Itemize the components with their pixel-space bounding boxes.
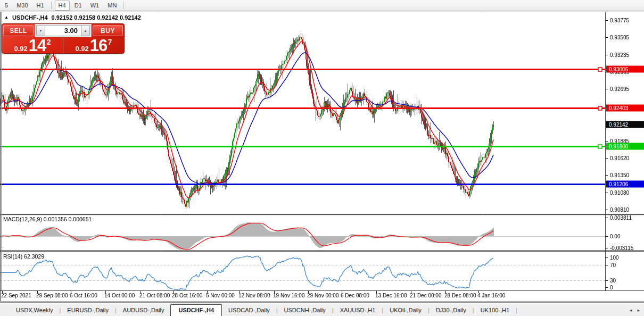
timeframe-button-h4[interactable]: H4 bbox=[55, 1, 70, 11]
rsi-indicator-label: RSI(14) 62.3029 bbox=[3, 253, 44, 260]
macd-indicator-label: MACD(12,26,9) 0.001356 0.000651 bbox=[3, 216, 92, 222]
mt4-terminal-window: 5M30H1H4D1W1MN ▲ USDCHF-,H4 0.92152 0.92… bbox=[0, 0, 644, 316]
timeframe-button-5[interactable]: 5 bbox=[1, 1, 12, 11]
price-level-badge: 0.91800 bbox=[606, 143, 644, 150]
time-axis-label: 29 Sep 08:00 bbox=[36, 293, 68, 298]
ask-price-prefix: 0.92 bbox=[75, 45, 88, 53]
chart-tab-uk100[interactable]: UK100-,H1 bbox=[474, 305, 516, 316]
time-axis-label: 28 Oct 16:00 bbox=[172, 293, 202, 298]
tab-scroll-right-icon[interactable]: ▸ bbox=[637, 307, 640, 313]
time-axis-label: 13 Dec 16:00 bbox=[375, 293, 407, 298]
ask-price-display[interactable]: 0.92 16 7 bbox=[63, 37, 124, 54]
bid-price-display[interactable]: 0.92 14 2 bbox=[2, 37, 63, 54]
rsi-axis-label: 100 bbox=[610, 255, 619, 261]
chart-tab-ukoil[interactable]: UKOil-,Daily bbox=[383, 305, 428, 316]
price-level-badge: 0.92142 bbox=[606, 121, 644, 128]
rsi-axis-label: 70 bbox=[610, 262, 616, 268]
bid-price-sup: 2 bbox=[46, 37, 51, 46]
chart-tab-bar: USDX,Weekly|EURUSD-,Daily|AUDUSD-,DailyU… bbox=[0, 302, 644, 316]
timeframe-button-h1[interactable]: H1 bbox=[33, 1, 48, 11]
macd-axis-label: -0.003115 bbox=[610, 245, 633, 251]
tab-separator: | bbox=[516, 307, 517, 316]
bid-price-big: 14 bbox=[29, 38, 46, 53]
macd-axis-label: 0.003811 bbox=[610, 215, 632, 221]
time-axis-label: 21 Dec 00:00 bbox=[410, 293, 442, 298]
price-level-badge: 0.93006 bbox=[606, 66, 644, 73]
macd-axis-label: 0.00 bbox=[610, 234, 620, 239]
time-axis-label: 12 Nov 08:00 bbox=[238, 293, 270, 298]
tab-scroll-left-icon[interactable]: ◂ bbox=[630, 307, 632, 313]
price-axis-tick-label: 0.92695 bbox=[610, 86, 629, 92]
price-axis-tick-label: 0.91620 bbox=[610, 155, 629, 161]
chart-tab-audusd[interactable]: AUDUSD-,Daily bbox=[117, 305, 171, 316]
time-axis-label: 6 Dec 08:00 bbox=[341, 293, 369, 298]
price-level-badge: 0.92403 bbox=[606, 105, 644, 112]
timeframe-button-w1[interactable]: W1 bbox=[87, 1, 103, 11]
chart-tab-xauusd[interactable]: XAUUSD-,H1 bbox=[334, 305, 382, 316]
rsi-axis-label: 30 bbox=[610, 278, 616, 284]
time-axis-label: 28 Dec 08:00 bbox=[444, 293, 476, 298]
price-level-badge: 0.91206 bbox=[606, 181, 644, 188]
price-axis-tick-label: 0.91080 bbox=[610, 190, 629, 196]
time-axis-label: 21 Oct 08:00 bbox=[139, 293, 170, 298]
timeframe-toolbar: 5M30H1H4D1W1MN bbox=[0, 0, 644, 11]
chart-symbol-label: USDCHF-,H4 bbox=[12, 14, 48, 21]
time-axis-label: 6 Oct 16:00 bbox=[70, 293, 97, 298]
price-axis-tick-label: 0.93775 bbox=[610, 18, 629, 23]
toolbar-separator bbox=[123, 2, 124, 9]
ask-price-big: 16 bbox=[90, 38, 107, 53]
price-axis-tick-label: 0.93235 bbox=[610, 52, 629, 58]
timeframe-button-m30[interactable]: M30 bbox=[13, 1, 31, 11]
lot-size-input[interactable]: 3.00 bbox=[45, 25, 81, 36]
time-axis-label: 29 Nov 00:00 bbox=[307, 293, 339, 298]
price-axis-tick-label: 0.93505 bbox=[610, 35, 629, 40]
chart-tab-usdcnh[interactable]: USDCNH-,Daily bbox=[278, 305, 332, 316]
rsi-axis-label: 0 bbox=[610, 285, 613, 290]
tab-scroll-nav: ◂ ▸ bbox=[630, 307, 640, 313]
buy-button[interactable]: BUY bbox=[93, 25, 123, 36]
timeframe-button-mn[interactable]: MN bbox=[104, 1, 120, 11]
time-axis-label: 19 Nov 16:00 bbox=[273, 293, 305, 298]
one-click-trade-panel: SELL ▼ 3.00 ▲ BUY 0.92 14 2 0.92 16 7 bbox=[2, 23, 125, 54]
collapse-panel-icon[interactable]: ▲ bbox=[4, 15, 9, 20]
ask-price-sup: 7 bbox=[108, 37, 112, 46]
lot-decrease-button[interactable]: ▼ bbox=[36, 25, 45, 36]
price-axis-tick-label: 0.90810 bbox=[610, 207, 629, 213]
chart-ohlc-values: 0.92152 0.92158 0.92142 0.92142 bbox=[52, 14, 141, 21]
toolbar-separator bbox=[51, 2, 52, 9]
lot-size-spinner: ▼ 3.00 ▲ bbox=[35, 24, 92, 37]
time-axis-label: 22 Sep 2021 bbox=[1, 293, 31, 298]
price-axis-tick-label: 0.91350 bbox=[610, 172, 629, 178]
time-axis-label: 14 Oct 00:00 bbox=[104, 293, 135, 298]
time-axis-label: 5 Nov 00:00 bbox=[206, 293, 235, 298]
chart-tab-usdcad[interactable]: USDCAD-,Daily bbox=[222, 305, 276, 316]
chart-tab-dj30[interactable]: DJ30-,Daily bbox=[430, 305, 473, 316]
chart-tab-usdchf[interactable]: USDCHF-,H4 bbox=[170, 304, 222, 316]
chart-tab-usdx[interactable]: USDX,Weekly bbox=[10, 305, 59, 316]
chart-tab-eurusd[interactable]: EURUSD-,Daily bbox=[61, 305, 115, 316]
lot-increase-button[interactable]: ▲ bbox=[81, 25, 90, 36]
time-axis-label: 4 Jan 16:00 bbox=[477, 293, 505, 298]
timeframe-button-d1[interactable]: D1 bbox=[71, 1, 86, 11]
bid-price-prefix: 0.92 bbox=[14, 45, 27, 53]
sell-button[interactable]: SELL bbox=[3, 25, 34, 36]
chart-title: ▲ USDCHF-,H4 0.92152 0.92158 0.92142 0.9… bbox=[4, 14, 141, 21]
